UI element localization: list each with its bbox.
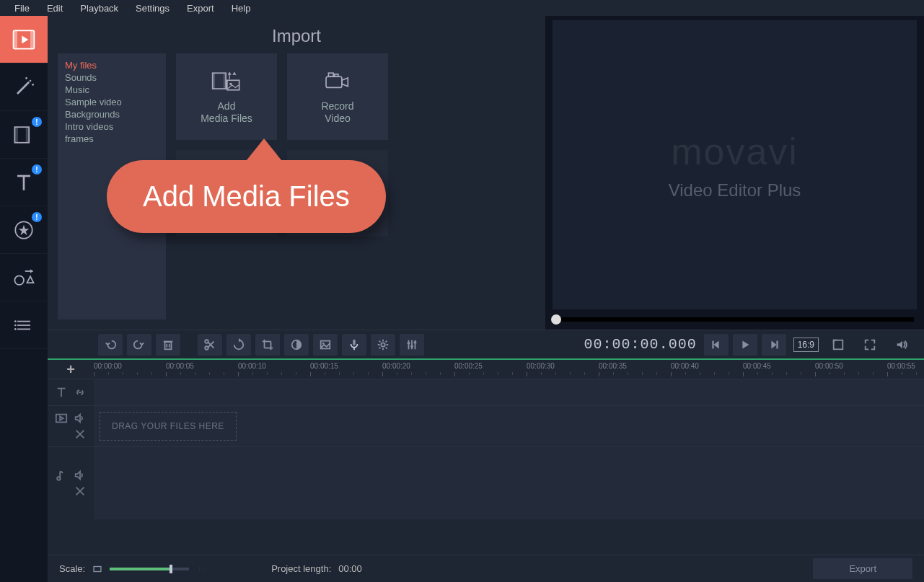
- image-button[interactable]: [313, 334, 338, 356]
- sidebar-item-music[interactable]: Music: [65, 84, 159, 96]
- svg-point-5: [30, 79, 32, 81]
- video-track-body[interactable]: DRAG YOUR FILES HERE: [94, 406, 924, 446]
- svg-rect-29: [227, 81, 239, 90]
- volume-small-icon: [74, 469, 87, 482]
- scale-slider[interactable]: [110, 568, 189, 570]
- svg-marker-76: [76, 472, 80, 480]
- filters-tool[interactable]: !: [0, 111, 48, 159]
- prev-button[interactable]: [704, 334, 729, 356]
- sidebar-item-my-files[interactable]: My files: [65, 59, 159, 71]
- text-track-head[interactable]: [48, 379, 94, 405]
- svg-marker-16: [27, 276, 34, 283]
- more-tool[interactable]: [0, 301, 48, 349]
- seek-handle-icon[interactable]: [551, 314, 561, 325]
- audio-track-head[interactable]: [48, 447, 94, 519]
- svg-rect-57: [408, 342, 410, 344]
- seek-bar[interactable]: [553, 309, 917, 330]
- svg-rect-80: [198, 566, 205, 571]
- svg-marker-70: [60, 416, 63, 420]
- menu-edit[interactable]: Edit: [38, 1, 71, 15]
- timeline: + 00:00:0000:00:0500:00:1000:00:1500:00:…: [48, 358, 924, 555]
- menu-file[interactable]: File: [6, 1, 38, 15]
- svg-point-7: [25, 77, 27, 79]
- brand-logo: movavi: [671, 130, 798, 173]
- undo-button[interactable]: [98, 334, 123, 356]
- audio-track: [48, 446, 924, 519]
- fullscreen-button[interactable]: [858, 334, 882, 356]
- svg-rect-1: [14, 30, 17, 48]
- next-button[interactable]: [762, 334, 786, 356]
- ruler-tick: 00:00:10: [238, 362, 266, 370]
- record-video-tile[interactable]: RecordVideo: [287, 53, 388, 140]
- zoom-out-icon[interactable]: [92, 564, 102, 574]
- play-button[interactable]: [733, 334, 757, 356]
- svg-rect-34: [335, 74, 338, 76]
- svg-rect-10: [26, 127, 30, 143]
- menu-settings[interactable]: Settings: [127, 1, 178, 15]
- svg-rect-58: [410, 345, 413, 347]
- sidebar-item-intro-videos[interactable]: Intro videos: [65, 120, 159, 133]
- sidebar-item-backgrounds[interactable]: Backgrounds: [65, 108, 159, 120]
- sidebar-item-sounds[interactable]: Sounds: [65, 71, 159, 84]
- svg-rect-31: [326, 76, 342, 87]
- timecode: 00:00:00.000: [584, 336, 697, 353]
- add-track-button[interactable]: +: [48, 360, 94, 379]
- titles-tool[interactable]: !: [0, 159, 48, 206]
- crop-button[interactable]: [255, 334, 280, 356]
- svg-point-30: [229, 83, 232, 85]
- svg-marker-3: [22, 35, 28, 43]
- svg-marker-43: [239, 338, 242, 342]
- delete-button[interactable]: [156, 334, 180, 356]
- ruler-tick: 00:00:25: [454, 362, 483, 370]
- levels-button[interactable]: [400, 334, 424, 356]
- import-tool[interactable]: [0, 16, 48, 63]
- video-track-head[interactable]: [48, 406, 94, 446]
- preview-screen: movavi Video Editor Plus: [553, 20, 917, 309]
- split-button[interactable]: [198, 334, 222, 356]
- callout-bubble: Add Media Files: [107, 160, 386, 233]
- aspect-button[interactable]: 16:9: [793, 338, 819, 352]
- ruler-tick: 00:00:45: [743, 362, 771, 370]
- ruler-tick: 00:00:00: [94, 362, 122, 370]
- hide-icon: [74, 428, 87, 441]
- scale-label: Scale:: [59, 563, 85, 574]
- music-icon: [55, 469, 68, 482]
- svg-rect-9: [14, 127, 18, 143]
- svg-marker-60: [713, 340, 718, 348]
- svg-point-15: [14, 275, 24, 285]
- detach-preview-button[interactable]: [826, 334, 850, 356]
- add-media-label: AddMedia Files: [201, 100, 252, 125]
- menu-help[interactable]: Help: [223, 1, 260, 15]
- filters-badge-icon: !: [32, 117, 42, 127]
- svg-point-23: [14, 324, 17, 326]
- ruler-tick: 00:00:30: [527, 362, 555, 370]
- volume-button[interactable]: [889, 334, 914, 356]
- menu-playback[interactable]: Playback: [71, 1, 127, 15]
- export-button[interactable]: Export: [813, 558, 912, 579]
- footer: Scale: Project length: 00:00 Export: [48, 555, 924, 582]
- text-track-body[interactable]: [94, 379, 924, 405]
- sidebar-item-sample-video[interactable]: Sample video: [65, 96, 159, 108]
- zoom-in-icon[interactable]: [196, 564, 206, 574]
- shapes-tool[interactable]: [0, 254, 48, 301]
- audio-track-body[interactable]: [94, 447, 924, 519]
- stickers-tool[interactable]: !: [0, 206, 48, 254]
- svg-marker-63: [771, 340, 776, 348]
- stickers-badge-icon: !: [32, 212, 42, 222]
- sidebar-item-frames[interactable]: frames: [65, 133, 159, 145]
- rotate-button[interactable]: [226, 334, 251, 356]
- redo-button[interactable]: [127, 334, 151, 356]
- menu-export[interactable]: Export: [178, 1, 223, 15]
- ruler-tick: 00:00:20: [382, 362, 410, 370]
- add-media-tile[interactable]: AddMedia Files: [176, 53, 277, 140]
- settings-button[interactable]: [371, 334, 395, 356]
- color-button[interactable]: [284, 334, 309, 356]
- ruler-tick: 00:00:15: [310, 362, 338, 370]
- svg-rect-65: [834, 340, 843, 349]
- time-ruler[interactable]: 00:00:0000:00:0500:00:1000:00:1500:00:20…: [94, 360, 924, 379]
- magic-tool[interactable]: [0, 63, 48, 111]
- add-media-icon: [211, 69, 242, 94]
- svg-rect-2: [30, 30, 34, 48]
- project-length-label: Project length:: [271, 563, 331, 574]
- mic-button[interactable]: [342, 334, 366, 356]
